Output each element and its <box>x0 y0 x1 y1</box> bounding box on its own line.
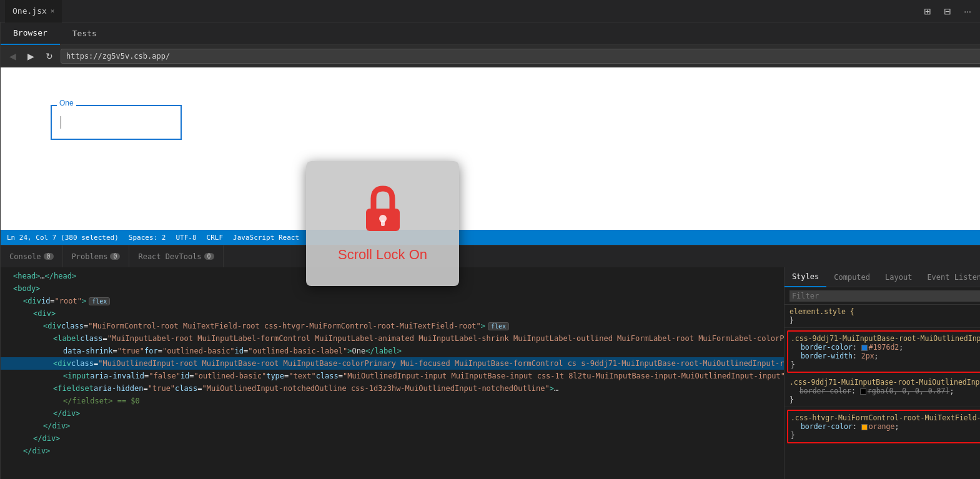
lock-icon <box>361 185 405 237</box>
rule-prop[interactable]: border-color <box>801 343 853 352</box>
rule-selector[interactable]: .css-htvgr-MuiFormControl-root-MuiTextFi… <box>791 413 980 422</box>
status-spaces: Spaces: 2 <box>129 234 166 242</box>
tab-browser[interactable]: Browser <box>1 22 60 45</box>
status-ln-col: Ln 24, Col 7 (380 selected) <box>7 234 119 242</box>
split-vertical-button[interactable]: ⊟ <box>940 5 955 17</box>
rule-brace: } <box>789 316 980 325</box>
styles-filter-input[interactable] <box>789 290 980 302</box>
dom-tree-node[interactable]: data-shrink="true" for="outlined-basic" … <box>1 345 784 357</box>
scroll-lock-text: Scroll Lock On <box>338 247 427 263</box>
rule-selector[interactable]: .css-9ddj71-MuiInputBase-root-MuiOutline… <box>791 334 980 343</box>
tab-styles[interactable]: Styles <box>784 267 826 287</box>
tab-computed[interactable]: Computed <box>826 267 878 287</box>
main-layout: 7<TextField8 id="outlined-basic"9 label=… <box>0 22 980 479</box>
right-panel: Browser Tests ◀ ▶ ↻ ⧉ ⊞ One Ln 24, <box>1 22 980 479</box>
refresh-button[interactable]: ↻ <box>42 50 57 62</box>
preview-area: One <box>1 67 980 230</box>
close-tab-icon[interactable]: × <box>51 7 55 15</box>
rule-prop[interactable]: border-width <box>801 352 853 360</box>
devtool-tab-react-devtools[interactable]: React DevTools 0 <box>129 245 223 268</box>
dom-tree-node[interactable]: <div class="MuiOutlinedInput-root MuiInp… <box>1 357 784 370</box>
style-rule: <style>.css-9ddj71-MuiInputBase-root-Mui… <box>787 330 980 373</box>
rule-selector[interactable]: .css-9ddj71-MuiInputBase-root-MuiOutline… <box>789 378 980 387</box>
style-rule: <style>.css-htvgr-MuiFormControl-root-Mu… <box>787 410 980 443</box>
dom-tree: <head>…</head><body><div id="root"> flex… <box>1 267 784 479</box>
rule-val[interactable]: #1976d2 <box>861 343 899 352</box>
rule-colon: : <box>853 343 861 352</box>
back-button[interactable]: ◀ <box>6 50 20 62</box>
styles-panel: Styles Computed Layout Event Listeners »… <box>784 267 980 479</box>
dom-tree-node[interactable]: </div> <box>1 407 784 420</box>
editor-tab[interactable]: One.jsx × <box>5 0 62 22</box>
style-property: border-width: 2px; <box>791 352 980 360</box>
dom-tree-node[interactable]: <div class="MuiFormControl-root MuiTextF… <box>1 320 784 332</box>
more-options-button[interactable]: ··· <box>960 5 975 17</box>
dom-tree-node[interactable]: <fieldset aria-hidden="true" class="MuiO… <box>1 382 784 395</box>
color-swatch[interactable] <box>861 424 868 430</box>
dom-tree-node[interactable]: </fieldset> == $0 <box>1 395 784 407</box>
semicolon: ; <box>874 352 879 360</box>
mui-textfield: One <box>51 105 182 140</box>
top-bar: One.jsx × ⊞ ⊟ ··· <box>0 0 980 22</box>
rule-selector[interactable]: element.style { <box>789 307 980 316</box>
tab-badge: 0 <box>44 253 54 260</box>
status-bar: Ln 24, Col 7 (380 selected) Spaces: 2 UT… <box>1 230 980 245</box>
rule-close-brace: } <box>791 431 980 440</box>
top-bar-actions: ⊞ ⊟ ··· <box>920 5 975 17</box>
style-property: border-color: rgba(0, 0, 0, 0.87); <box>789 387 980 395</box>
dom-tree-node[interactable]: </div> <box>1 432 784 445</box>
dom-tree-node[interactable]: </div> <box>1 420 784 432</box>
textfield-input-box[interactable] <box>51 105 182 140</box>
semicolon: ; <box>949 387 954 395</box>
devtools-panel: Console 0Problems 0React DevTools 0✕ 2▲ … <box>1 245 980 479</box>
rule-val[interactable]: 2px <box>861 352 874 360</box>
rule-colon: : <box>853 352 861 360</box>
styles-tabs: Styles Computed Layout Event Listeners » <box>784 267 980 287</box>
tab-event-listeners[interactable]: Event Listeners <box>919 267 980 287</box>
semicolon: ; <box>894 422 899 431</box>
rule-prop[interactable]: border-color <box>801 422 853 431</box>
color-swatch[interactable] <box>861 345 868 351</box>
style-property: border-color: orange; <box>791 422 980 431</box>
rule-val[interactable]: orange <box>861 422 895 431</box>
devtool-tab-problems[interactable]: Problems 0 <box>63 245 130 268</box>
svg-rect-2 <box>381 220 385 226</box>
rule-val[interactable]: rgba(0, 0, 0, 0.87) <box>860 387 950 395</box>
forward-button[interactable]: ▶ <box>24 50 38 62</box>
split-editor-button[interactable]: ⊞ <box>920 5 935 17</box>
dom-tree-node[interactable]: <input aria-invalid="false" id="outlined… <box>1 370 784 382</box>
tab-layout[interactable]: Layout <box>878 267 919 287</box>
tab-badge: 0 <box>110 253 120 260</box>
url-bar[interactable] <box>61 49 980 64</box>
rule-close-brace: } <box>791 360 980 369</box>
devtools-content: <head>…</head><body><div id="root"> flex… <box>1 267 980 479</box>
rule-prop[interactable]: border-color <box>799 387 851 395</box>
status-encoding: UTF-8 <box>176 234 196 242</box>
browser-tabs: Browser Tests <box>1 22 980 45</box>
devtools-tab-row: Console 0Problems 0React DevTools 0✕ 2▲ … <box>1 245 980 267</box>
dom-tree-node[interactable]: </div> <box>1 445 784 457</box>
rule-colon: : <box>851 387 860 395</box>
scroll-lock-overlay: Scroll Lock On <box>306 161 459 286</box>
dom-tree-node[interactable]: <div> <box>1 307 784 320</box>
tab-label: React DevTools <box>138 252 201 261</box>
color-swatch[interactable] <box>860 388 866 395</box>
devtool-tab-console[interactable]: Console 0 <box>1 245 63 268</box>
dom-tree-node[interactable]: <label class="MuiInputLabel-root MuiInpu… <box>1 332 784 345</box>
tab-label: Console <box>9 252 41 261</box>
rule-close-brace: } <box>789 395 980 404</box>
style-property: border-color: #1976d2; <box>791 343 980 352</box>
styles-filter-row: :hov .cls + ⊞ ⊟ <box>784 287 980 305</box>
tab-tests[interactable]: Tests <box>60 22 109 45</box>
status-line-ending: CRLF <box>207 234 224 242</box>
status-language: JavaScript React <box>233 234 299 242</box>
style-rule: element.style {} <box>784 305 980 328</box>
textfield-label: One <box>57 99 76 107</box>
rule-colon: : <box>853 422 861 431</box>
semicolon: ; <box>899 343 903 352</box>
tab-label: One.jsx <box>12 6 47 16</box>
text-cursor <box>61 116 61 129</box>
style-rule: <style>.css-9ddj71-MuiInputBase-root-Mui… <box>784 375 980 407</box>
tab-badge: 0 <box>204 253 214 260</box>
dom-tree-node[interactable]: <div id="root"> flex <box>1 295 784 307</box>
